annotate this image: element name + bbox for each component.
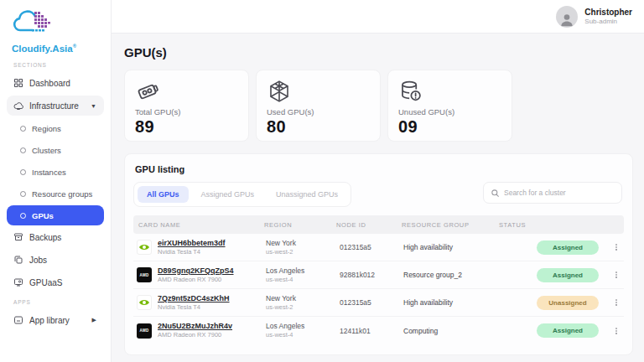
sidebar-item-resource-groups[interactable]: Resource groups xyxy=(7,184,104,204)
stat-value: 80 xyxy=(267,117,370,137)
radio-circle-icon xyxy=(20,169,26,175)
sidebar-item-label: Backups xyxy=(29,233,61,242)
card-model: AMD Radeon RX 7900 xyxy=(158,276,234,283)
cloud-icon xyxy=(13,101,23,111)
sidebar-item-clusters[interactable]: Clusters xyxy=(7,140,104,160)
stat-value: 89 xyxy=(135,117,238,137)
brand-name: Cloudify.Asia® xyxy=(12,44,104,54)
nvidia-logo-icon xyxy=(137,240,152,255)
apps-label: APPS xyxy=(13,299,104,305)
sidebar-item-label: App library xyxy=(29,316,70,325)
sidebar-item-label: Dashboard xyxy=(29,79,70,88)
table-row: AMD 2Nu5U2BzMuJzhR4v AMD Radeon RX 7900 … xyxy=(133,317,624,344)
col-region: REGION xyxy=(259,221,331,229)
search-input[interactable] xyxy=(504,189,615,197)
row-menu-button[interactable] xyxy=(609,270,624,280)
radio-circle-icon xyxy=(20,147,26,153)
card-name-link[interactable]: 7Qz9nt5zDC4szKhH xyxy=(158,294,230,303)
sidebar-item-jobs[interactable]: Jobs xyxy=(7,250,104,270)
resource-group-cell: High availability xyxy=(397,243,494,251)
sidebar-item-dashboard[interactable]: Dashboard xyxy=(7,73,104,93)
avatar xyxy=(556,6,578,28)
stat-cards: Total GPU(s) 89 Used GPU(s) 80 Unused GP… xyxy=(124,70,633,142)
node-id-cell: 12411k01 xyxy=(331,327,397,335)
registered-mark: ® xyxy=(73,44,76,49)
gpu-card-icon xyxy=(135,79,238,104)
card-model: Nvidia Tesla T4 xyxy=(158,303,230,311)
table-row: AMD D89Sgnq2KFQqZpS4 AMD Radeon RX 7900 … xyxy=(133,261,624,289)
radio-circle-icon xyxy=(20,213,26,219)
sidebar-item-label: Resource groups xyxy=(32,189,92,199)
stat-label: Used GPU(s) xyxy=(267,107,370,116)
sidebar-item-instances[interactable]: Instances xyxy=(7,162,104,182)
sidebar-item-label: Regions xyxy=(32,124,61,133)
sidebar-item-label: GPUaaS xyxy=(29,278,62,287)
search-box xyxy=(483,182,622,204)
cloudify-logo-icon xyxy=(12,8,104,42)
sidebar-item-label: Instances xyxy=(32,168,66,177)
region-cell: Los Angelesus-west-4 xyxy=(259,266,331,284)
listing-tabs: All GPUs Assigned GPUs Unassigned GPUs xyxy=(133,182,351,207)
stat-card-used-gpus: Used GPU(s) 80 xyxy=(256,70,381,142)
sidebar-item-gpus[interactable]: GPUs xyxy=(7,205,104,225)
chevron-down-icon: ▼ xyxy=(91,103,96,109)
region-cell: New Yorkus-west-2 xyxy=(259,294,331,312)
cube-icon xyxy=(267,79,370,104)
sidebar-item-regions[interactable]: Regions xyxy=(7,118,104,138)
resource-group-cell: Resource group_2 xyxy=(397,271,494,279)
row-menu-button[interactable] xyxy=(609,242,624,252)
stat-card-total-gpus: Total GPU(s) 89 xyxy=(124,70,249,142)
chevron-right-icon: ▶ xyxy=(92,317,96,323)
row-menu-button[interactable] xyxy=(609,297,624,308)
region-cell: New Yorkus-west-2 xyxy=(259,239,331,256)
radio-circle-icon xyxy=(20,191,26,197)
row-menu-button[interactable] xyxy=(609,326,624,336)
table-header: CARD NAME REGION NODE ID RESOURCE GROUP … xyxy=(133,215,624,234)
status-badge: Assigned xyxy=(537,240,599,255)
node-id-cell: 012315a5 xyxy=(331,243,397,251)
table-row: 7Qz9nt5zDC4szKhH Nvidia Tesla T4 New Yor… xyxy=(133,289,624,317)
stat-label: Unused GPU(s) xyxy=(398,107,501,116)
status-badge: Unassigned xyxy=(537,296,599,310)
amd-logo-icon: AMD xyxy=(137,323,152,339)
gpu-listing-panel: GPU listing All GPUs Assigned GPUs Unass… xyxy=(124,153,633,355)
card-model: AMD Radeon RX 7900 xyxy=(158,331,232,339)
sidebar-item-backups[interactable]: Backups xyxy=(7,227,104,247)
radio-circle-icon xyxy=(20,126,26,132)
sidebar-item-label: GPUs xyxy=(32,211,54,220)
page-title: GPU(s) xyxy=(124,45,633,59)
tab-unassigned-gpus[interactable]: Unassigned GPUs xyxy=(267,186,347,203)
card-name-link[interactable]: 2Nu5U2BzMuJzhR4v xyxy=(158,322,232,331)
card-name-link[interactable]: eirXUH6bbetem3df xyxy=(158,239,226,248)
tab-all-gpus[interactable]: All GPUs xyxy=(138,186,189,203)
user-menu[interactable]: Christopher Sub-admin xyxy=(556,6,632,28)
card-name-link[interactable]: D89Sgnq2KFQqZpS4 xyxy=(158,266,234,276)
user-name: Christopher xyxy=(584,8,632,18)
col-node-id: NODE ID xyxy=(331,221,397,229)
col-status: STATUS xyxy=(494,221,609,229)
database-alert-icon xyxy=(398,79,501,104)
search-icon xyxy=(491,189,500,198)
table-row: eirXUH6bbetem3df Nvidia Tesla T4 New Yor… xyxy=(133,234,624,261)
user-role: Sub-admin xyxy=(584,18,632,26)
sidebar-item-gpuaas[interactable]: GPUaaS xyxy=(7,272,104,292)
sidebar-item-label: Jobs xyxy=(29,256,47,265)
copy-icon xyxy=(13,255,23,265)
status-badge: Assigned xyxy=(537,323,599,338)
nvidia-logo-icon xyxy=(137,295,152,310)
sidebar-item-label: Clusters xyxy=(32,146,61,155)
stat-card-unused-gpus: Unused GPU(s) 09 xyxy=(387,70,512,142)
app-library-icon xyxy=(13,315,23,325)
status-badge: Assigned xyxy=(537,268,599,282)
resource-group-cell: Computing xyxy=(397,327,494,335)
main-content: GPU(s) Total GPU(s) 89 Used GPU(s) 80 Un… xyxy=(112,34,644,362)
gpu-service-icon xyxy=(13,277,23,287)
region-cell: Los Angelesus-west-4 xyxy=(259,322,331,339)
sidebar-item-app-library[interactable]: App library ▶ xyxy=(7,310,104,330)
sidebar-item-infrastructure[interactable]: Infrastructure ▼ xyxy=(7,96,104,116)
dashboard-grid-icon xyxy=(13,78,23,88)
col-card-name: CARD NAME xyxy=(133,221,259,229)
node-id-cell: 012315a5 xyxy=(331,298,397,307)
sidebar: Cloudify.Asia® SECTIONS Dashboard Infras… xyxy=(0,0,112,362)
tab-assigned-gpus[interactable]: Assigned GPUs xyxy=(192,186,264,203)
